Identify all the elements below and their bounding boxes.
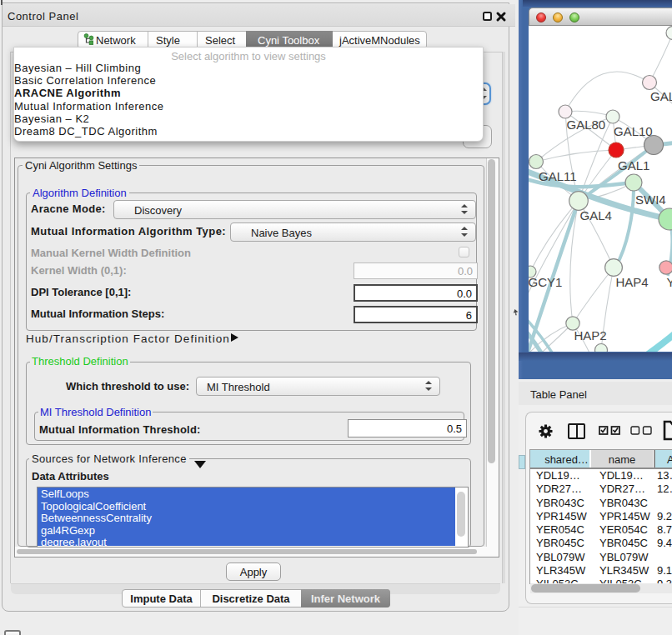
- svg-text:HAP2: HAP2: [574, 328, 607, 342]
- svg-text:GAL11: GAL11: [539, 169, 577, 183]
- svg-text:HAP4: HAP4: [616, 275, 649, 289]
- svg-text:SWI4: SWI4: [635, 192, 666, 207]
- svg-text:GAL1: GAL1: [618, 158, 649, 172]
- svg-text:GAL4: GAL4: [580, 208, 612, 222]
- svg-text:GAL7: GAL7: [650, 89, 672, 103]
- svg-text:GAL80: GAL80: [567, 118, 606, 132]
- svg-text:YJ: YJ: [667, 275, 672, 289]
- svg-text:GAL10: GAL10: [614, 124, 653, 138]
- svg-text:GCY1: GCY1: [529, 275, 562, 289]
